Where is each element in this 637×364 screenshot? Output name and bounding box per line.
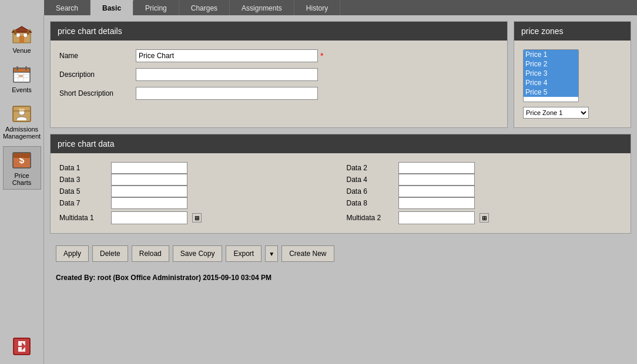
sidebar-item-admissions-label: Admissions Management [3,126,41,140]
data8-label: Data 8 [347,199,394,207]
export-dropdown-button[interactable]: ▼ [265,245,278,262]
multidata2-input[interactable] [398,211,475,224]
data2-input[interactable] [398,162,475,174]
tab-search[interactable]: Search [44,0,90,15]
tab-basic[interactable]: Basic [90,0,133,15]
multidata1-input[interactable] [111,211,187,224]
svg-rect-10 [25,66,27,70]
content-area: price chart details Name * Description S… [44,15,637,364]
short-description-input[interactable] [136,87,318,100]
tab-assignments[interactable]: Assignments [230,0,294,15]
zone-option-1[interactable]: Price 1 [524,50,578,59]
svg-rect-15 [19,75,23,77]
sidebar-item-exit[interactable] [11,336,32,358]
save-copy-button[interactable]: Save Copy [173,245,223,262]
create-new-button[interactable]: Create New [281,245,334,262]
delete-button[interactable]: Delete [92,245,128,262]
data2-label: Data 2 [347,164,394,172]
sidebar: Venue Events [0,15,44,364]
apply-button[interactable]: Apply [56,245,89,262]
data8-row: Data 8 [347,197,622,209]
data4-row: Data 4 [347,174,622,186]
zones-panel: price zones Price 1 Price 2 Price 3 Pric… [514,21,631,128]
data5-label: Data 5 [59,187,106,196]
price-zones-list[interactable]: Price 1 Price 2 Price 3 Price 4 Price 5 [523,49,579,102]
bottom-toolbar: Apply Delete Reload Save Copy Export ▼ C… [50,240,631,265]
sidebar-item-venue[interactable]: Venue [3,21,41,58]
data7-label: Data 7 [59,199,106,207]
zone-option-4[interactable]: Price 4 [524,78,578,87]
sidebar-item-events[interactable]: Events [3,60,41,97]
name-required-star: * [320,51,323,60]
data7-input[interactable] [111,197,187,209]
data-left-col: Data 1 Data 3 Data 5 Data 7 [59,162,335,224]
zones-panel-body: Price 1 Price 2 Price 3 Price 4 Price 5 … [514,41,631,127]
data6-input[interactable] [398,186,475,197]
data6-label: Data 6 [347,187,394,196]
svg-rect-18 [19,109,25,110]
zone-option-5[interactable]: Price 5 [524,87,578,97]
data-panel-header: price chart data [51,134,631,153]
data8-input[interactable] [398,197,475,209]
sidebar-item-admissions[interactable]: Admissions Management [3,100,41,143]
description-input[interactable] [136,68,318,81]
data-right-col: Data 2 Data 4 Data 6 Data 8 [347,162,622,224]
data7-row: Data 7 [59,197,335,209]
top-nav: Search Basic Pricing Charges Assignments… [44,0,637,15]
description-row: Description [59,68,498,81]
sidebar-item-events-label: Events [12,86,32,93]
data-grid: Data 1 Data 3 Data 5 Data 7 [59,162,622,224]
venue-icon [11,25,32,46]
multidata1-row: Multidata 1 ⊞ [59,211,335,224]
sidebar-item-pricecharts[interactable]: $ Price Charts [3,146,41,190]
tab-charges[interactable]: Charges [179,0,230,15]
name-label: Name [59,52,136,60]
data6-row: Data 6 [347,186,622,197]
svg-rect-8 [14,68,30,72]
admissions-icon [11,103,32,124]
footer: Created By: root (Box Office Administrat… [50,271,631,285]
multidata1-expand-btn[interactable]: ⊞ [192,213,202,223]
short-description-label: Short Description [59,89,136,97]
zone-option-3[interactable]: Price 3 [524,69,578,78]
sidebar-item-venue-label: Venue [12,47,31,54]
multidata1-label: Multidata 1 [59,214,106,222]
short-description-row: Short Description [59,87,498,100]
footer-text: Created By: root (Box Office Administrat… [56,274,271,282]
svg-rect-23 [14,153,30,158]
reload-button[interactable]: Reload [132,245,169,262]
data1-label: Data 1 [59,164,106,172]
svg-rect-6 [27,30,29,35]
data4-input[interactable] [398,174,475,186]
tab-pricing[interactable]: Pricing [133,0,179,15]
zone-option-2[interactable]: Price 2 [524,59,578,69]
description-label: Description [59,70,136,79]
data5-input[interactable] [111,186,187,197]
details-panel: price chart details Name * Description S… [50,21,508,128]
data1-input[interactable] [111,162,187,174]
zones-panel-header: price zones [514,22,631,41]
name-input[interactable] [136,49,318,62]
multidata2-row: Multidata 2 ⊞ [347,211,622,224]
zone-select[interactable]: Price Zone 1 [523,107,589,119]
pricecharts-icon: $ [11,150,32,171]
data-panel-body: Data 1 Data 3 Data 5 Data 7 [51,153,631,233]
top-panels: price chart details Name * Description S… [50,21,631,128]
export-button[interactable]: Export [226,245,261,262]
sidebar-item-pricecharts-label: Price Charts [6,172,38,186]
data3-label: Data 3 [59,176,106,184]
data-panel: price chart data Data 1 Data 3 [50,134,631,234]
svg-rect-5 [14,30,16,35]
data3-input[interactable] [111,174,187,186]
data3-row: Data 3 [59,174,335,186]
name-row: Name * [59,49,498,62]
svg-rect-3 [19,36,24,43]
exit-icon [11,336,32,357]
tab-history[interactable]: History [294,0,340,15]
events-icon [11,64,32,85]
multidata2-expand-btn[interactable]: ⊞ [480,213,489,223]
data5-row: Data 5 [59,186,335,197]
details-panel-header: price chart details [51,22,507,41]
zones-listbox-wrap: Price 1 Price 2 Price 3 Price 4 Price 5 [523,49,622,102]
svg-rect-9 [16,66,18,70]
